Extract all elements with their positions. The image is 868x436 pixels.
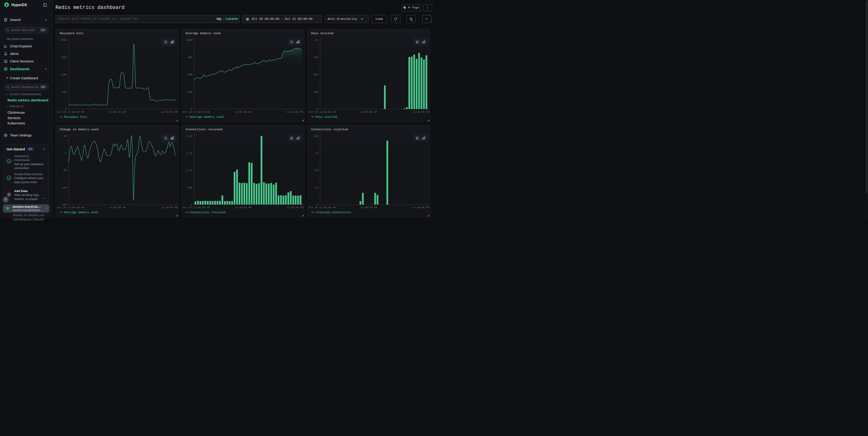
- svg-text:11:00:00 AM: 11:00:00 AM: [361, 111, 377, 113]
- svg-text:11:00:00 AM: 11:00:00 AM: [361, 206, 377, 209]
- svg-text:110K: 110K: [61, 74, 67, 76]
- svg-text:-12M: -12M: [61, 186, 66, 189]
- svg-text:90M: 90M: [188, 56, 192, 59]
- svg-text:Average memory used: Average memory used: [190, 115, 223, 119]
- svg-text:11:00:00 AM: 11:00:00 AM: [109, 206, 126, 209]
- svg-text:11:00:00 AM: 11:00:00 AM: [109, 111, 126, 113]
- svg-text:0: 0: [316, 203, 318, 206]
- svg-text:75: 75: [315, 152, 318, 154]
- svg-text:Connections recieved: Connections recieved: [190, 211, 225, 214]
- svg-text:0: 0: [191, 108, 192, 111]
- svg-text:1.1K: 1.1K: [186, 169, 192, 172]
- svg-text:1.7K: 1.7K: [186, 152, 192, 154]
- svg-text:30M: 30M: [188, 91, 192, 93]
- svg-text:1K: 1K: [315, 39, 318, 41]
- svg-text:-6M: -6M: [62, 169, 66, 172]
- svg-text:165K: 165K: [61, 56, 67, 59]
- svg-text:500: 500: [313, 74, 318, 76]
- svg-text:0: 0: [316, 108, 318, 111]
- svg-text:11:30:00 PM: 11:30:00 PM: [286, 111, 303, 113]
- svg-text:55K: 55K: [62, 91, 66, 93]
- svg-text:2.2K: 2.2K: [186, 135, 192, 137]
- svg-text:25: 25: [315, 186, 318, 189]
- svg-text:-18M: -18M: [61, 203, 66, 206]
- svg-text:Keyspace hits: Keyspace hits: [64, 115, 87, 119]
- svg-text:6M: 6M: [63, 135, 66, 137]
- svg-text:Oct 20 12:00:00 AM: Oct 20 12:00:00 AM: [309, 111, 336, 113]
- svg-text:0: 0: [191, 203, 192, 206]
- svg-text:250: 250: [313, 91, 318, 93]
- svg-text:Oct 20 12:00:00 AM: Oct 20 12:00:00 AM: [57, 206, 84, 209]
- svg-text:11:00:00 AM: 11:00:00 AM: [235, 111, 251, 113]
- svg-text:Average memory used: Average memory used: [64, 211, 98, 214]
- svg-text:120M: 120M: [186, 39, 192, 41]
- svg-text:11:30:00 PM: 11:30:00 PM: [161, 206, 178, 209]
- svg-text:0: 0: [65, 108, 66, 111]
- svg-text:11:30:00 PM: 11:30:00 PM: [286, 206, 303, 209]
- svg-text:50: 50: [315, 169, 318, 172]
- svg-text:220K: 220K: [61, 39, 67, 41]
- svg-text:rejected connections: rejected connections: [316, 211, 351, 214]
- svg-text:0: 0: [65, 152, 66, 154]
- svg-text:60M: 60M: [188, 74, 192, 76]
- svg-text:Oct 20 12:00:00 AM: Oct 20 12:00:00 AM: [309, 206, 336, 209]
- svg-text:Oct 20 12:00:00 AM: Oct 20 12:00:00 AM: [183, 111, 210, 113]
- svg-text:750: 750: [313, 56, 318, 59]
- svg-text:11:30:00 PM: 11:30:00 PM: [412, 206, 429, 209]
- svg-text:11:30:00 PM: 11:30:00 PM: [412, 111, 429, 113]
- svg-text:11:30:00 PM: 11:30:00 PM: [161, 111, 178, 113]
- svg-text:550: 550: [188, 186, 192, 189]
- svg-text:11:00:00 AM: 11:00:00 AM: [235, 206, 251, 209]
- svg-text:Oct 20 12:00:00 AM: Oct 20 12:00:00 AM: [183, 206, 210, 209]
- svg-text:Keys evicted: Keys evicted: [316, 115, 337, 119]
- svg-text:Oct 20 12:00:00 AM: Oct 20 12:00:00 AM: [57, 111, 84, 113]
- svg-text:100: 100: [313, 135, 318, 137]
